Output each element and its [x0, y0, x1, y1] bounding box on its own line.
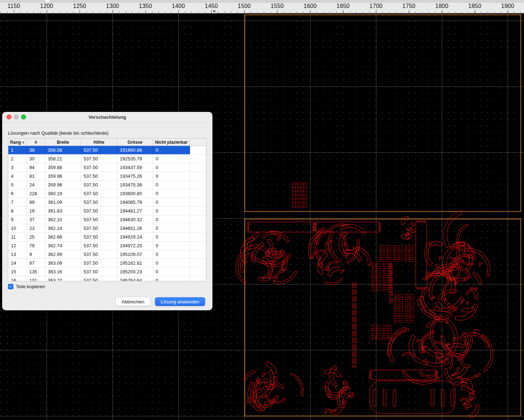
table-cell[interactable]: 135: [27, 268, 45, 276]
table-cell[interactable]: 94: [27, 163, 45, 172]
table-cell[interactable]: 79: [27, 242, 45, 250]
table-cell[interactable]: 359.88: [45, 163, 81, 172]
table-cell[interactable]: 30: [27, 155, 45, 163]
table-cell[interactable]: 537.50: [81, 146, 117, 154]
table-cell[interactable]: 87: [27, 259, 45, 267]
copy-parts-checkbox-row[interactable]: ✓ Teile kopieren: [8, 284, 45, 289]
table-cell[interactable]: 101: [27, 276, 45, 281]
table-cell[interactable]: 537.50: [81, 250, 117, 259]
table-cell[interactable]: 0: [153, 224, 190, 232]
table-cell[interactable]: 362.10: [45, 215, 81, 224]
dialog-titlebar[interactable]: Verschachtelung: [2, 112, 212, 123]
column-header-#[interactable]: #: [27, 139, 45, 146]
table-cell[interactable]: 362.74: [45, 242, 81, 250]
table-cell[interactable]: 25: [27, 233, 45, 241]
table-cell[interactable]: 0: [153, 233, 190, 241]
table-cell[interactable]: 23: [27, 224, 45, 232]
table-cell[interactable]: 81: [27, 172, 45, 180]
table-cell[interactable]: 6: [8, 189, 27, 198]
table-cell[interactable]: 0: [153, 181, 190, 189]
table-cell[interactable]: 10: [8, 224, 27, 232]
table-cell[interactable]: 19: [27, 207, 45, 215]
checkbox-checked-icon[interactable]: ✓: [8, 284, 13, 289]
table-cell[interactable]: 537.50: [81, 233, 117, 241]
column-header-nicht-plazierbar[interactable]: Nicht plazierbar: [153, 139, 190, 146]
table-cell[interactable]: 537.50: [81, 242, 117, 250]
table-cell[interactable]: 195200.23: [117, 268, 153, 276]
column-header-h-he[interactable]: Höhe: [81, 139, 117, 146]
table-cell[interactable]: 193437.59: [117, 163, 153, 172]
table-row[interactable]: 819361.83537.50194481.270: [8, 207, 206, 215]
table-cell[interactable]: 362.66: [45, 233, 81, 241]
table-cell[interactable]: 4: [8, 172, 27, 180]
table-cell[interactable]: 194085.79: [117, 198, 153, 206]
table-cell[interactable]: 0: [153, 242, 190, 250]
table-cell[interactable]: 195162.81: [117, 259, 153, 267]
table-cell[interactable]: 537.50: [81, 224, 117, 232]
table-row[interactable]: 789361.09537.50194085.790: [8, 198, 206, 207]
table-cell[interactable]: 363.16: [45, 268, 81, 276]
table-cell[interactable]: 194972.25: [117, 242, 153, 250]
table-cell[interactable]: 195254.64: [117, 276, 153, 281]
table-cell[interactable]: 0: [153, 259, 190, 267]
table-cell[interactable]: 363.09: [45, 259, 81, 267]
table-row[interactable]: 15135363.16537.50195200.230: [8, 268, 206, 276]
table-cell[interactable]: 0: [153, 215, 190, 224]
table-cell[interactable]: 2: [8, 155, 27, 163]
table-cell[interactable]: 537.50: [81, 215, 117, 224]
table-cell[interactable]: 194481.27: [117, 207, 153, 215]
table-cell[interactable]: 537.50: [81, 181, 117, 189]
apply-solution-button[interactable]: Lösung anwenden: [155, 297, 205, 306]
table-cell[interactable]: 0: [153, 250, 190, 259]
table-cell[interactable]: 194651.26: [117, 224, 153, 232]
table-row[interactable]: 1279362.74537.50194972.250: [8, 242, 206, 250]
table-cell[interactable]: 228: [27, 189, 45, 198]
table-cell[interactable]: 363.27: [45, 276, 81, 281]
table-cell[interactable]: 38: [27, 146, 45, 154]
table-cell[interactable]: 5: [8, 181, 27, 189]
table-cell[interactable]: 193600.80: [117, 189, 153, 198]
column-header-breite[interactable]: Breite: [45, 139, 81, 146]
table-cell[interactable]: 24: [27, 181, 45, 189]
table-cell[interactable]: 537.50: [81, 207, 117, 215]
table-cell[interactable]: 361.83: [45, 207, 81, 215]
table-row[interactable]: 524359.96537.50193475.360: [8, 181, 206, 189]
table-row[interactable]: 937362.10537.50194630.320: [8, 215, 206, 224]
table-cell[interactable]: 194929.24: [117, 233, 153, 241]
table-cell[interactable]: 16: [8, 276, 27, 281]
column-header-gr-sse[interactable]: Grösse: [117, 139, 153, 146]
table-cell[interactable]: 358.21: [45, 155, 81, 163]
table-cell[interactable]: 1: [8, 146, 27, 154]
table-cell[interactable]: 193475.36: [117, 181, 153, 189]
table-cell[interactable]: 192535.79: [117, 155, 153, 163]
table-cell[interactable]: 537.50: [81, 172, 117, 180]
table-cell[interactable]: 9: [27, 250, 45, 259]
table-cell[interactable]: 15: [8, 268, 27, 276]
table-cell[interactable]: 3: [8, 163, 27, 172]
table-cell[interactable]: 0: [153, 163, 190, 172]
table-cell[interactable]: 537.50: [81, 198, 117, 206]
table-row[interactable]: 230358.21537.50192535.790: [8, 155, 206, 163]
table-cell[interactable]: 12: [8, 242, 27, 250]
table-cell[interactable]: 0: [153, 155, 190, 163]
table-cell[interactable]: 7: [8, 198, 27, 206]
table-cell[interactable]: 195109.07: [117, 250, 153, 259]
table-cell[interactable]: 13: [8, 250, 27, 259]
table-row[interactable]: 139362.99537.50195109.070: [8, 250, 206, 259]
table-cell[interactable]: 14: [8, 259, 27, 267]
table-cell[interactable]: 0: [153, 146, 190, 154]
table-row[interactable]: 6228360.19537.50193600.800: [8, 189, 206, 198]
table-cell[interactable]: 194630.32: [117, 215, 153, 224]
table-cell[interactable]: 537.50: [81, 259, 117, 267]
table-cell[interactable]: 359.96: [45, 181, 81, 189]
table-row[interactable]: 481359.96537.50193475.260: [8, 172, 206, 181]
table-cell[interactable]: 362.14: [45, 224, 81, 232]
table-cell[interactable]: 361.09: [45, 198, 81, 206]
table-cell[interactable]: 537.50: [81, 189, 117, 198]
table-cell[interactable]: 0: [153, 172, 190, 180]
table-row[interactable]: 1023362.14537.50194651.260: [8, 224, 206, 233]
column-header-rang[interactable]: Rang∧: [8, 139, 27, 146]
table-cell[interactable]: 0: [153, 207, 190, 215]
table-cell[interactable]: 537.50: [81, 276, 117, 281]
table-cell[interactable]: 0: [153, 268, 190, 276]
